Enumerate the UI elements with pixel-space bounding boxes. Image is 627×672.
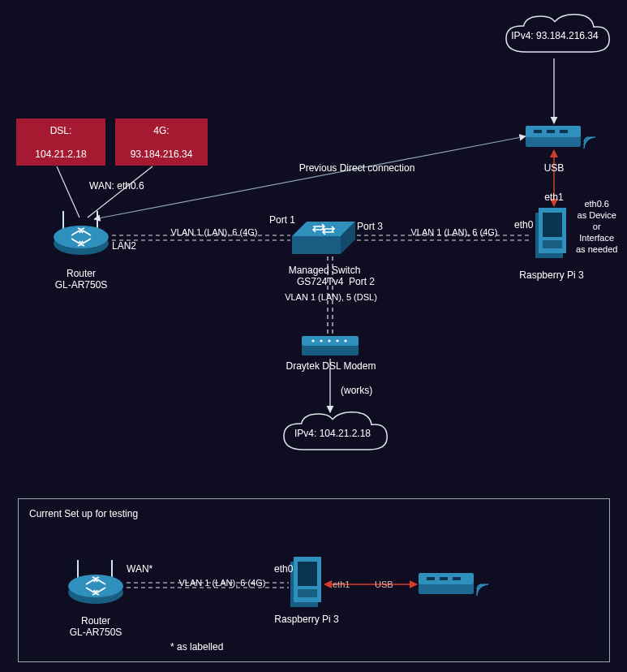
works-label: (works) (341, 385, 372, 396)
test-router-model: GL-AR750S (70, 627, 122, 638)
test-vlan: VLAN 1 (LAN), 6 (4G) (179, 578, 266, 588)
pi-note: eth0.6 as Device or Interface as needed (576, 198, 617, 255)
test-pi-name: Raspberry Pi 3 (274, 614, 338, 625)
vlan-right: VLAN 1 (LAN), 6 (4G) (411, 227, 498, 237)
cloud-4g-label: IPv4: 93.184.216.34 (511, 30, 598, 41)
test-wan: WAN* (127, 563, 152, 575)
switch-p2: Port 2 (349, 276, 375, 287)
test-title: Current Set up for testing (29, 508, 138, 519)
badge-dsl-title: DSL: (50, 125, 72, 136)
pi-eth0-label: eth0 (514, 219, 533, 230)
test-eth0: eth0 (274, 563, 293, 575)
switch-model: GS724Tv4 (297, 276, 343, 287)
svg-point-28 (344, 339, 346, 342)
svg-rect-7 (543, 213, 562, 237)
prev-direct-label: Previous Direct connection (299, 162, 415, 174)
test-note: * as labelled (170, 641, 223, 653)
vlan-down: VLAN 1 (LAN), 5 (DSL) (285, 292, 377, 302)
svg-point-27 (336, 339, 338, 342)
badge-4g-ip: 93.184.216.34 (131, 149, 193, 160)
svg-rect-2 (534, 130, 542, 133)
test-router-name: Router (81, 615, 110, 627)
dongle-4g-icon (526, 126, 595, 149)
switch-p3: Port 3 (357, 221, 383, 232)
svg-point-26 (328, 339, 330, 342)
pi-name-label: Raspberry Pi 3 (519, 269, 583, 281)
badge-4g-title: 4G: (153, 125, 169, 136)
link-dsl-router (57, 166, 79, 218)
cloud-dsl-label: IPv4: 104.21.2.18 (294, 428, 371, 439)
svg-rect-0 (526, 136, 581, 147)
switch-name: Managed Switch (289, 265, 361, 276)
managed-switch-icon (292, 222, 355, 254)
svg-rect-22 (302, 344, 359, 355)
svg-point-24 (311, 339, 314, 342)
svg-rect-8 (543, 240, 562, 248)
usb-label: USB (544, 162, 565, 174)
test-usb: USB (375, 579, 393, 589)
router-lan2: LAN2 (112, 240, 136, 252)
svg-rect-3 (547, 130, 555, 133)
switch-p1: Port 1 (269, 214, 295, 226)
svg-point-25 (320, 339, 322, 342)
test-eth1: eth1 (333, 579, 350, 589)
pi-eth1-label: eth1 (544, 192, 563, 203)
badge-dsl-ip: 104.21.2.18 (35, 149, 86, 160)
vlan-left: VLAN 1 (LAN), 6 (4G) (171, 227, 258, 237)
badge-4g: 4G: 93.184.216.34 (115, 118, 208, 166)
raspberry-pi-icon (535, 208, 566, 258)
svg-marker-10 (292, 236, 341, 254)
badge-dsl: DSL: 104.21.2.18 (16, 118, 105, 166)
router-name: Router (67, 268, 96, 279)
dsl-modem-icon (302, 336, 359, 355)
router-wan: WAN: eth0.6 (89, 180, 144, 192)
router-model: GL-AR750S (55, 279, 108, 291)
svg-rect-4 (560, 130, 568, 133)
modem-label: Draytek DSL Modem (286, 360, 376, 372)
